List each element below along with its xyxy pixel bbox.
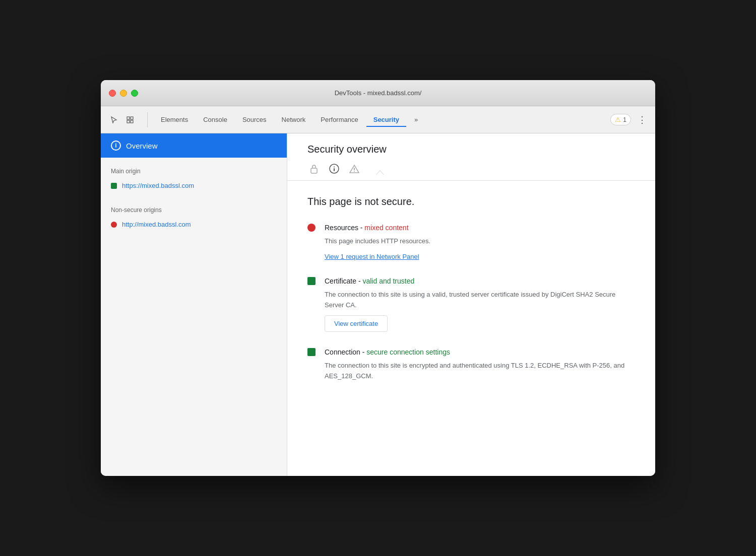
- svg-rect-0: [127, 117, 130, 119]
- main-origin-dot: [111, 183, 117, 189]
- toolbar: Elements Console Sources Network Perform…: [101, 106, 655, 133]
- window-title: DevTools - mixed.badssl.com/: [335, 89, 422, 97]
- security-icons-row: [307, 162, 635, 180]
- page-status-title: This page is not secure.: [307, 196, 635, 207]
- main-layout: i Overview Main origin https://mixed.bad…: [101, 133, 655, 476]
- connection-title: Connection - secure connection settings: [325, 347, 635, 358]
- certificate-item: Certificate - valid and trusted The conn…: [307, 276, 635, 332]
- svg-rect-1: [131, 117, 133, 119]
- certificate-indicator: [307, 277, 316, 285]
- security-overview-title: Security overview: [307, 144, 635, 155]
- non-secure-label: Non-secure origins: [111, 206, 277, 214]
- sidebar: i Overview Main origin https://mixed.bad…: [101, 133, 287, 476]
- traffic-lights: [109, 90, 138, 97]
- inspect-icon[interactable]: [123, 113, 137, 127]
- lock-icon[interactable]: [307, 162, 321, 175]
- svg-rect-3: [131, 120, 133, 123]
- non-secure-item[interactable]: http://mixed.badssl.com: [111, 219, 277, 230]
- toolbar-icons: [107, 113, 137, 127]
- svg-rect-4: [311, 168, 317, 173]
- maximize-button[interactable]: [131, 90, 138, 97]
- resources-desc: This page includes HTTP resources.: [325, 236, 635, 247]
- connection-indicator: [307, 348, 316, 356]
- warning-badge[interactable]: ⚠ 1: [610, 114, 631, 125]
- security-overview-header: Security overview: [287, 133, 655, 181]
- toolbar-divider: [147, 112, 148, 127]
- non-secure-dot: [111, 222, 117, 228]
- tab-network[interactable]: Network: [275, 113, 313, 126]
- non-secure-url[interactable]: http://mixed.badssl.com: [122, 221, 191, 228]
- content-body: This page is not secure. Resources - mix…: [287, 181, 655, 417]
- svg-rect-7: [334, 168, 335, 171]
- svg-point-6: [334, 167, 335, 168]
- connection-title-prefix: Connection -: [325, 348, 366, 356]
- resources-content: Resources - mixed content This page incl…: [325, 223, 635, 261]
- svg-rect-2: [127, 120, 130, 123]
- certificate-content: Certificate - valid and trusted The conn…: [325, 276, 635, 332]
- more-options-button[interactable]: ⋮: [635, 113, 649, 127]
- main-origin-item[interactable]: https://mixed.badssl.com: [111, 180, 277, 191]
- tab-security[interactable]: Security: [366, 113, 406, 126]
- close-button[interactable]: [109, 90, 116, 97]
- tab-elements[interactable]: Elements: [154, 113, 195, 126]
- overview-info-icon: i: [111, 141, 121, 151]
- minimize-button[interactable]: [120, 90, 127, 97]
- connection-content: Connection - secure connection settings …: [325, 347, 635, 387]
- title-bar: DevTools - mixed.badssl.com/: [101, 80, 655, 106]
- main-origin-url[interactable]: https://mixed.badssl.com: [122, 182, 194, 189]
- certificate-title-highlight: valid and trusted: [362, 277, 414, 285]
- main-origin-label: Main origin: [111, 168, 277, 175]
- tab-console[interactable]: Console: [196, 113, 234, 126]
- toolbar-right: ⚠ 1 ⋮: [610, 113, 649, 127]
- tab-more[interactable]: »: [407, 113, 425, 126]
- tab-nav: Elements Console Sources Network Perform…: [154, 113, 607, 126]
- tab-performance[interactable]: Performance: [313, 113, 365, 126]
- content-panel: Security overview: [287, 133, 655, 476]
- view-network-panel-link[interactable]: View 1 request in Network Panel: [325, 253, 419, 260]
- warning-count: 1: [623, 116, 626, 123]
- warning-icon: ⚠: [615, 116, 621, 123]
- active-caret: [376, 171, 384, 175]
- resources-title: Resources - mixed content: [325, 223, 635, 233]
- overview-label: Overview: [126, 142, 158, 150]
- main-origin-section: Main origin https://mixed.badssl.com: [101, 158, 287, 196]
- resources-indicator: [307, 224, 316, 232]
- certificate-title-prefix: Certificate -: [325, 277, 362, 285]
- svg-point-9: [354, 171, 355, 172]
- view-certificate-button[interactable]: View certificate: [325, 315, 388, 332]
- warning-triangle-icon[interactable]: [348, 162, 361, 175]
- connection-title-highlight: secure connection settings: [366, 348, 450, 356]
- info-circle-icon[interactable]: [328, 162, 341, 175]
- resources-title-highlight: mixed content: [364, 224, 408, 232]
- certificate-title: Certificate - valid and trusted: [325, 276, 635, 287]
- connection-desc: The connection to this site is encrypted…: [325, 361, 635, 382]
- connection-item: Connection - secure connection settings …: [307, 347, 635, 387]
- sidebar-overview-item[interactable]: i Overview: [101, 133, 287, 158]
- resources-item: Resources - mixed content This page incl…: [307, 223, 635, 261]
- resources-title-prefix: Resources -: [325, 224, 364, 232]
- non-secure-section: Non-secure origins http://mixed.badssl.c…: [101, 196, 287, 235]
- tab-sources[interactable]: Sources: [235, 113, 274, 126]
- svg-rect-8: [354, 168, 355, 170]
- cursor-icon[interactable]: [107, 113, 121, 127]
- certificate-desc: The connection to this site is using a v…: [325, 290, 635, 311]
- devtools-window: DevTools - mixed.badssl.com/ Elements C: [101, 80, 655, 476]
